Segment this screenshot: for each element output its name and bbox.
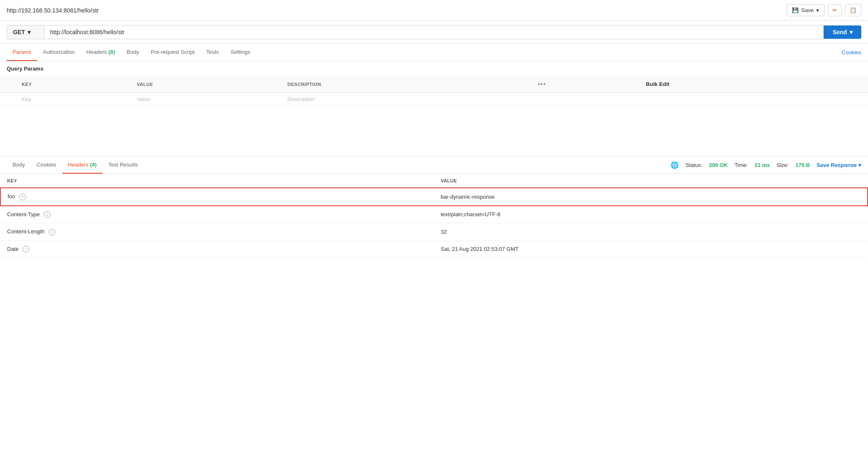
save-response-button[interactable]: Save Response ▾ xyxy=(817,162,861,168)
info-icon[interactable]: i xyxy=(19,194,26,200)
response-value-date: Sat, 21 Aug 2021 02:53:07 GMT xyxy=(434,240,868,258)
tab-params[interactable]: Params xyxy=(7,44,37,61)
th-description: DESCRIPTION xyxy=(282,76,533,93)
save-disk-icon: 💾 xyxy=(792,7,799,13)
request-tabs: Params Authorization Headers (8) Body Pr… xyxy=(7,44,256,61)
tab-headers[interactable]: Headers (8) xyxy=(81,44,121,61)
status-value: 200 OK xyxy=(709,162,728,168)
th-key: KEY xyxy=(17,76,132,93)
method-dropdown-icon: ▾ xyxy=(28,29,30,35)
response-key-content-length: Content-Length i xyxy=(0,223,434,241)
response-tabs-row: Body Cookies Headers (4) Test Results 🌐 … xyxy=(0,157,868,174)
response-tabs: Body Cookies Headers (4) Test Results xyxy=(7,157,144,174)
dots-icon: ••• xyxy=(538,81,546,88)
info-icon[interactable]: i xyxy=(23,246,29,253)
edit-button[interactable]: ✏ xyxy=(828,4,842,16)
size-value: 175 B xyxy=(795,162,810,168)
size-label: Size: xyxy=(777,162,789,168)
empty-area xyxy=(0,106,868,156)
time-label: Time: xyxy=(734,162,748,168)
response-value-content-length: 32 xyxy=(434,223,868,241)
th-actions: ••• xyxy=(533,76,637,93)
edit-icon: ✏ xyxy=(832,7,837,13)
table-row: Key Value Description xyxy=(0,93,868,106)
query-params-table: KEY VALUE DESCRIPTION ••• Bulk Edit Key … xyxy=(0,76,868,106)
response-table: KEY VALUE foo i bar-dynamic-response Con… xyxy=(0,174,868,258)
table-row: Content-Length i 32 xyxy=(0,223,868,241)
tab-body[interactable]: Body xyxy=(121,44,145,61)
url-input[interactable] xyxy=(44,25,824,39)
save-button[interactable]: 💾 Save ▾ xyxy=(787,4,825,16)
save-dropdown-icon: ▾ xyxy=(816,7,819,13)
key-placeholder: Key xyxy=(17,93,132,106)
response-value-content-type: text/plain;charset=UTF-8 xyxy=(434,206,868,223)
notes-button[interactable]: 📋 xyxy=(845,4,861,16)
url-bar: http://192.168.50.134:8081/hello/str 💾 S… xyxy=(0,0,868,21)
response-tab-headers[interactable]: Headers (4) xyxy=(62,157,103,174)
bulk-edit-button[interactable]: Bulk Edit xyxy=(642,79,673,89)
tab-tests[interactable]: Tests xyxy=(201,44,225,61)
description-placeholder: Description xyxy=(282,93,533,106)
method-label: GET xyxy=(13,29,25,35)
value-placeholder: Value xyxy=(132,93,283,106)
response-tab-test-results[interactable]: Test Results xyxy=(102,157,144,174)
status-label: Status: xyxy=(685,162,702,168)
tab-settings[interactable]: Settings xyxy=(225,44,256,61)
request-line: GET ▾ Send ▾ xyxy=(0,21,868,44)
info-icon[interactable]: i xyxy=(44,211,51,218)
response-key-foo: foo i xyxy=(0,188,434,206)
send-button[interactable]: Send ▾ xyxy=(824,25,861,39)
response-meta: 🌐 Status: 200 OK Time: 21 ms Size: 175 B… xyxy=(670,161,861,169)
page-url: http://192.168.50.134:8081/hello/str xyxy=(7,7,99,14)
notes-icon: 📋 xyxy=(850,7,857,13)
response-tab-cookies[interactable]: Cookies xyxy=(31,157,62,174)
response-key-date: Date i xyxy=(0,240,434,258)
send-dropdown-icon: ▾ xyxy=(850,29,853,35)
table-row: Content-Type i text/plain;charset=UTF-8 xyxy=(0,206,868,223)
th-value: VALUE xyxy=(132,76,283,93)
url-bar-actions: 💾 Save ▾ ✏ 📋 xyxy=(787,4,861,16)
tab-pre-request[interactable]: Pre-request Script xyxy=(145,44,201,61)
time-value: 21 ms xyxy=(754,162,770,168)
response-th-value: VALUE xyxy=(434,174,868,188)
th-checkbox xyxy=(0,76,17,93)
response-tab-body[interactable]: Body xyxy=(7,157,31,174)
info-icon[interactable]: i xyxy=(48,229,55,235)
response-section: Body Cookies Headers (4) Test Results 🌐 … xyxy=(0,157,868,258)
cookies-link[interactable]: Cookies xyxy=(842,49,861,56)
globe-icon: 🌐 xyxy=(670,161,679,169)
save-response-dropdown-icon: ▾ xyxy=(858,162,861,168)
request-tabs-row: Params Authorization Headers (8) Body Pr… xyxy=(0,44,868,61)
table-row: Date i Sat, 21 Aug 2021 02:53:07 GMT xyxy=(0,240,868,258)
response-value-foo: bar-dynamic-response xyxy=(434,188,868,206)
query-params-header: Query Params xyxy=(0,61,868,76)
response-th-key: KEY xyxy=(0,174,434,188)
method-select[interactable]: GET ▾ xyxy=(7,25,44,39)
tab-authorization[interactable]: Authorization xyxy=(37,44,81,61)
table-row: foo i bar-dynamic-response xyxy=(0,188,868,206)
response-key-content-type: Content-Type i xyxy=(0,206,434,223)
th-bulk-edit: Bulk Edit xyxy=(637,76,868,93)
